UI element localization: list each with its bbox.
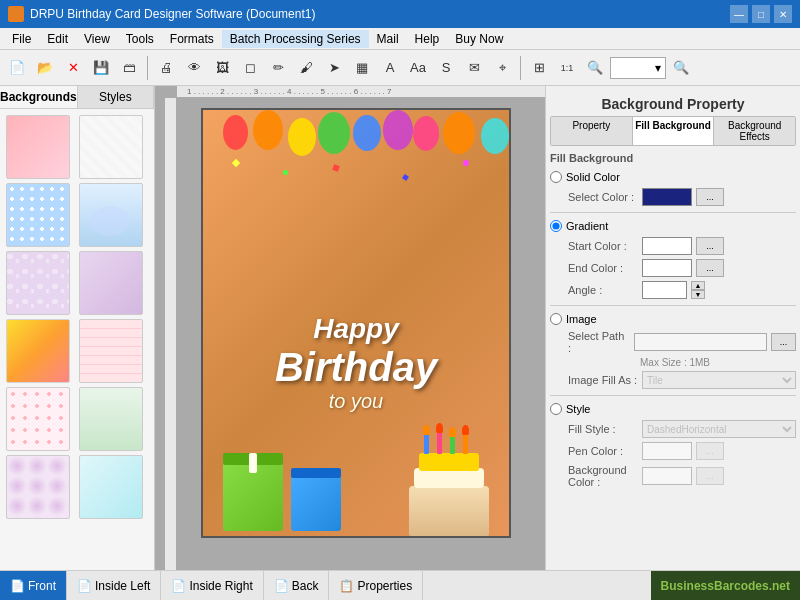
gradient-row: Gradient <box>550 220 796 232</box>
solid-color-box[interactable] <box>642 188 692 206</box>
menu-help[interactable]: Help <box>407 30 448 48</box>
zoom-input[interactable]: 150% <box>615 61 653 75</box>
path-browse[interactable]: ... <box>771 333 796 351</box>
menu-tools[interactable]: Tools <box>118 30 162 48</box>
bg-thumb-6[interactable] <box>79 251 143 315</box>
status-inside-left[interactable]: 📄 Inside Left <box>67 571 161 600</box>
status-properties[interactable]: 📋 Properties <box>329 571 423 600</box>
properties-icon: 📋 <box>339 579 353 593</box>
tab-backgrounds[interactable]: Backgrounds <box>0 86 78 108</box>
pen-color-box[interactable] <box>642 442 692 460</box>
start-color-browse[interactable]: ... <box>696 237 724 255</box>
crop-btn[interactable]: ⌖ <box>489 55 515 81</box>
tab-bg-effects[interactable]: Background Effects <box>714 117 795 145</box>
angle-up[interactable]: ▲ <box>691 281 705 290</box>
pen-color-label: Pen Color : <box>568 445 638 457</box>
end-color-box[interactable] <box>642 259 692 277</box>
gradient-label[interactable]: Gradient <box>566 220 608 232</box>
close-btn[interactable]: ✕ <box>774 5 792 23</box>
end-color-browse[interactable]: ... <box>696 259 724 277</box>
bg-thumb-10[interactable] <box>79 387 143 451</box>
menu-mail[interactable]: Mail <box>369 30 407 48</box>
preview-btn[interactable]: 👁 <box>181 55 207 81</box>
panel-title: Background Property <box>550 90 796 116</box>
arrow-btn[interactable]: ➤ <box>321 55 347 81</box>
open-btn[interactable]: 📂 <box>32 55 58 81</box>
image-radio[interactable] <box>550 313 562 325</box>
fill-style-select[interactable]: DashedHorizontal <box>642 420 796 438</box>
grid-btn[interactable]: ⊞ <box>526 55 552 81</box>
tab-styles[interactable]: Styles <box>78 86 154 108</box>
ratio-btn[interactable]: 1:1 <box>554 55 580 81</box>
fill-style-row: Fill Style : DashedHorizontal <box>568 420 796 438</box>
minimize-btn[interactable]: — <box>730 5 748 23</box>
bg-color-box[interactable] <box>642 467 692 485</box>
tab-fill-background[interactable]: Fill Background <box>633 117 715 145</box>
zoom-dropdown-arrow[interactable]: ▾ <box>655 61 661 75</box>
tab-property[interactable]: Property <box>551 117 633 145</box>
style-label[interactable]: Style <box>566 403 590 415</box>
bg-thumb-5[interactable] <box>6 251 70 315</box>
close-doc-btn[interactable]: ✕ <box>60 55 86 81</box>
main-layout: Backgrounds Styles <box>0 86 800 570</box>
saveas-btn[interactable]: 🗃 <box>116 55 142 81</box>
barcode-btn[interactable]: ▦ <box>349 55 375 81</box>
image-label[interactable]: Image <box>566 313 597 325</box>
business-badge: BusinessBarcodes.net <box>651 571 800 600</box>
zoom-box: 150% ▾ <box>610 57 666 79</box>
bg-thumb-4[interactable] <box>79 183 143 247</box>
happy-text: Happy <box>275 313 437 345</box>
new-btn[interactable]: 📄 <box>4 55 30 81</box>
start-color-box[interactable] <box>642 237 692 255</box>
shape-btn[interactable]: ◻ <box>237 55 263 81</box>
email-btn[interactable]: ✉ <box>461 55 487 81</box>
menu-file[interactable]: File <box>4 30 39 48</box>
bg-thumb-7[interactable] <box>6 319 70 383</box>
maximize-btn[interactable]: □ <box>752 5 770 23</box>
print-btn[interactable]: 🖨 <box>153 55 179 81</box>
font-btn[interactable]: Aa <box>405 55 431 81</box>
brush-btn[interactable]: 🖌 <box>293 55 319 81</box>
menu-batch[interactable]: Batch Processing Series <box>222 30 369 48</box>
bg-thumb-9[interactable] <box>6 387 70 451</box>
gradient-radio[interactable] <box>550 220 562 232</box>
angle-down[interactable]: ▼ <box>691 290 705 299</box>
style-radio[interactable] <box>550 403 562 415</box>
divider-3 <box>550 395 796 396</box>
bg-thumb-3[interactable] <box>6 183 70 247</box>
pen-btn[interactable]: ✏ <box>265 55 291 81</box>
divider-1 <box>550 212 796 213</box>
status-inside-right[interactable]: 📄 Inside Right <box>161 571 263 600</box>
solid-color-label[interactable]: Solid Color <box>566 171 620 183</box>
card-canvas[interactable]: Happy Birthday to you <box>201 108 511 538</box>
symbol-btn[interactable]: S <box>433 55 459 81</box>
image-btn[interactable]: 🖼 <box>209 55 235 81</box>
select-path-label: Select Path : <box>568 330 630 354</box>
save-btn[interactable]: 💾 <box>88 55 114 81</box>
divider-2 <box>550 305 796 306</box>
bg-color-label: Background Color : <box>568 464 638 488</box>
image-fill-select[interactable]: Tile <box>642 371 796 389</box>
badge-suffix: .net <box>769 579 790 593</box>
bg-thumb-12[interactable] <box>79 455 143 519</box>
bg-thumb-8[interactable] <box>79 319 143 383</box>
zoomin-btn[interactable]: 🔍 <box>582 55 608 81</box>
status-back[interactable]: 📄 Back <box>264 571 330 600</box>
bg-thumb-1[interactable] <box>6 115 70 179</box>
solid-color-radio[interactable] <box>550 171 562 183</box>
menu-view[interactable]: View <box>76 30 118 48</box>
pen-color-browse[interactable]: ... <box>696 442 724 460</box>
sidebar: Backgrounds Styles <box>0 86 155 570</box>
bg-color-browse[interactable]: ... <box>696 467 724 485</box>
zoomout-btn[interactable]: 🔍 <box>668 55 694 81</box>
menu-edit[interactable]: Edit <box>39 30 76 48</box>
menu-buynow[interactable]: Buy Now <box>447 30 511 48</box>
path-input[interactable] <box>634 333 767 351</box>
menu-formats[interactable]: Formats <box>162 30 222 48</box>
angle-input[interactable]: 359 <box>642 281 687 299</box>
status-front[interactable]: 📄 Front <box>0 571 67 600</box>
bg-thumb-11[interactable] <box>6 455 70 519</box>
text-btn[interactable]: A <box>377 55 403 81</box>
bg-thumb-2[interactable] <box>79 115 143 179</box>
solid-color-browse[interactable]: ... <box>696 188 724 206</box>
